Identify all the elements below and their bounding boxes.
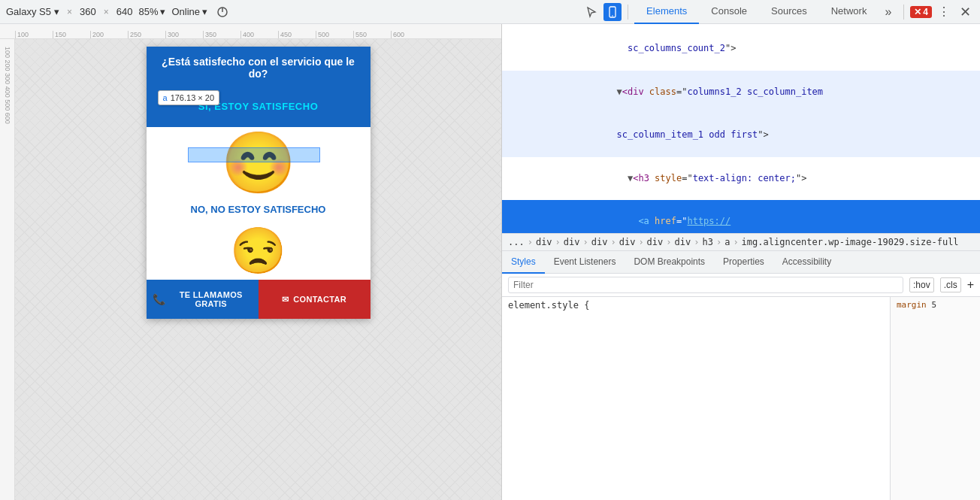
zoom-label: 85%: [138, 6, 158, 17]
tree-line-4[interactable]: ▼<h3 style="text-align: center;">: [502, 157, 980, 201]
browser-preview: 100 150 200 250 300 350 400 450 500 550 …: [0, 24, 502, 500]
divider: [628, 5, 628, 20]
cls-filter[interactable]: .cls: [940, 277, 961, 292]
tab-styles[interactable]: Styles: [502, 251, 545, 274]
preview-viewport[interactable]: a 176.13 × 20 ¿Está satisfecho con el se…: [15, 39, 501, 500]
tree-line-2[interactable]: ▼<div class="columns1_2 sc_column_item: [502, 71, 980, 114]
mobile-frame: a 176.13 × 20 ¿Está satisfecho con el se…: [147, 47, 371, 319]
zoom-dropdown-icon: ▾: [160, 6, 165, 17]
device-selector[interactable]: Galaxy S5 ▾: [6, 6, 59, 17]
tab-properties[interactable]: Properties: [714, 251, 773, 274]
site-content: a 176.13 × 20 ¿Está satisfecho con el se…: [147, 47, 371, 280]
breadcrumb-div-3[interactable]: div: [591, 237, 608, 247]
separator-2: ×: [104, 7, 109, 17]
network-selector[interactable]: Online ▾: [171, 6, 207, 17]
main-area: 100 150 200 250 300 350 400 450 500 550 …: [0, 24, 980, 500]
divider-2: [903, 5, 904, 20]
zoom-selector[interactable]: 85% ▾: [138, 6, 165, 17]
preview-content: 100 200 300 400 500 600 a 176.13 ×: [0, 39, 501, 500]
happy-smiley-section: 😊: [147, 127, 371, 199]
tab-elements[interactable]: Elements: [634, 0, 699, 24]
happy-emoji: 😊: [147, 133, 371, 193]
panel-tabs: Elements Console Sources Network »: [634, 0, 897, 24]
breadcrumb-div-2[interactable]: div: [564, 237, 580, 247]
tree-line-selected[interactable]: <a href="https://: [502, 200, 980, 233]
breadcrumb-div-4[interactable]: div: [619, 237, 636, 247]
left-ruler: 100 200 300 400 500 600: [0, 39, 15, 500]
mail-icon: ✉: [282, 295, 289, 305]
bottom-buttons: 📞 TE LLAMAMOS GRATIS ✉ CONTACTAR: [147, 280, 371, 319]
unhappy-emoji: 😒: [147, 229, 371, 274]
unhappy-smiley-section: 😒: [147, 223, 371, 280]
margin-panel: margin 5: [890, 297, 980, 500]
top-toolbar: Galaxy S5 ▾ × 360 × 640 85% ▾ Online ▾ E…: [0, 0, 980, 24]
mobile-icon[interactable]: [603, 3, 622, 21]
question-text: ¿Está satisfecho con el servicio que le …: [162, 56, 355, 80]
question-banner: ¿Está satisfecho con el servicio que le …: [147, 47, 371, 89]
top-ruler: 100 150 200 250 300 350 400 450 500 550 …: [0, 24, 501, 39]
add-style-rule[interactable]: +: [967, 278, 974, 292]
tab-event-listeners[interactable]: Event Listeners: [545, 251, 625, 274]
ruler-marks: 100 150 200 250 300 350 400 450 500 550 …: [15, 31, 428, 38]
error-badge[interactable]: ✕ 4: [910, 6, 932, 18]
phone-icon: 📞: [153, 293, 165, 305]
call-label: TE LLAMAMOS GRATIS: [170, 290, 253, 308]
tab-accessibility[interactable]: Accessibility: [773, 251, 840, 274]
more-tabs[interactable]: »: [879, 5, 897, 19]
svg-point-3: [612, 15, 613, 17]
tooltip-tag: a: [163, 93, 168, 102]
tree-line-3[interactable]: sc_column_item_1 odd first">: [502, 114, 980, 157]
tab-network[interactable]: Network: [819, 0, 879, 24]
close-devtools-icon[interactable]: ✕: [956, 3, 974, 21]
breadcrumb-a[interactable]: a: [724, 237, 730, 247]
breadcrumb-ellipsis[interactable]: ...: [508, 237, 525, 247]
devtools-panel: sc_columns_count_2"> ▼<div class="column…: [502, 24, 980, 500]
styles-area: element.style { margin 5: [502, 297, 980, 500]
breadcrumb-div-1[interactable]: div: [536, 237, 552, 247]
device-name-label: Galaxy S5: [6, 6, 51, 17]
element-style-rule: element.style {: [508, 300, 884, 311]
throttle-icon[interactable]: [213, 3, 231, 21]
height-value: 640: [116, 6, 133, 17]
html-tree[interactable]: sc_columns_count_2"> ▼<div class="column…: [502, 24, 980, 233]
no-label: NO, NO ESTOY SATISFECHO: [147, 199, 371, 220]
tab-sources[interactable]: Sources: [759, 0, 819, 24]
margin-label: margin 5: [897, 300, 974, 310]
call-button[interactable]: 📞 TE LLAMAMOS GRATIS: [147, 280, 259, 319]
tab-console[interactable]: Console: [699, 0, 759, 24]
breadcrumb-div-6[interactable]: div: [675, 237, 691, 247]
toolbar-right: Elements Console Sources Network » ✕ 4 ⋮…: [582, 0, 974, 24]
filter-bar: :hov .cls +: [502, 274, 980, 297]
cursor-icon[interactable]: [582, 3, 600, 21]
element-tooltip: a 176.13 × 20: [158, 90, 220, 105]
breadcrumb-bar: ... › div › div › div › div › div › div …: [502, 233, 980, 251]
breadcrumb-div-5[interactable]: div: [647, 237, 664, 247]
tab-dom-breakpoints[interactable]: DOM Breakpoints: [625, 251, 714, 274]
more-options-icon[interactable]: ⋮: [935, 3, 953, 21]
network-dropdown-icon: ▾: [202, 6, 207, 17]
tooltip-dimensions: 176.13 × 20: [171, 93, 214, 102]
width-value: 360: [80, 6, 96, 17]
device-dropdown-icon[interactable]: ▾: [54, 6, 59, 17]
contact-label: CONTACTAR: [293, 295, 346, 304]
tree-line-1[interactable]: sc_columns_count_2">: [502, 27, 980, 71]
styles-content: element.style {: [502, 297, 890, 500]
network-label: Online: [171, 6, 200, 17]
contact-button[interactable]: ✉ CONTACTAR: [259, 280, 371, 319]
filter-input[interactable]: [508, 277, 903, 293]
breadcrumb-img[interactable]: img.aligncenter.wp-image-19029.size-full: [742, 237, 959, 247]
breadcrumb-h3[interactable]: h3: [702, 237, 712, 247]
bottom-tabs: Styles Event Listeners DOM Breakpoints P…: [502, 251, 980, 274]
separator-1: ×: [67, 7, 72, 17]
error-count: 4: [923, 7, 928, 17]
pseudo-filter[interactable]: :hov: [909, 277, 934, 292]
error-icon: ✕: [914, 7, 921, 17]
